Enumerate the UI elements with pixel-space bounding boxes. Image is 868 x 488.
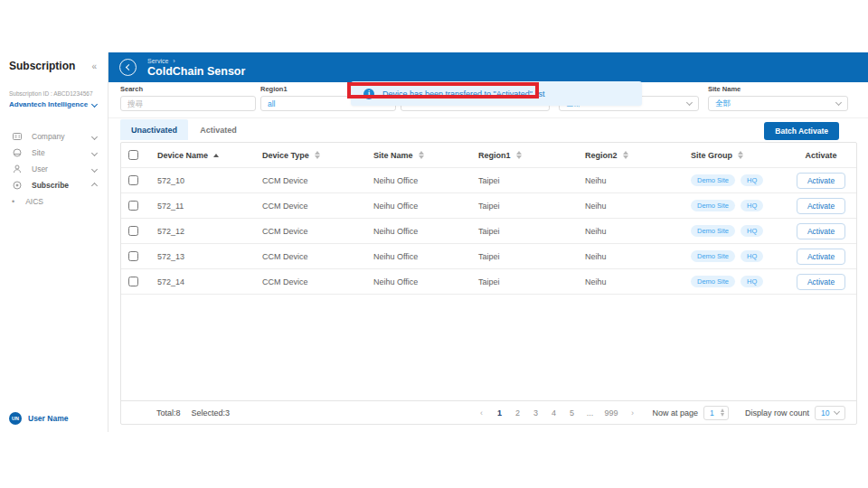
activate-button[interactable]: Activate xyxy=(797,249,845,265)
sort-icon xyxy=(419,151,424,159)
site-group-badge: HQ xyxy=(741,225,763,237)
activate-button[interactable]: Activate xyxy=(797,274,845,290)
site-group-badge: Demo Site xyxy=(691,250,735,262)
sidebar-item-user[interactable]: User xyxy=(0,161,108,177)
page-number-stepper[interactable]: 1 xyxy=(703,406,729,420)
chevron-down-icon xyxy=(835,99,842,106)
chevron-down-icon xyxy=(91,149,98,155)
tab-unactivated[interactable]: Unactivated xyxy=(120,119,188,140)
activate-button[interactable]: Activate xyxy=(797,173,845,189)
back-arrow-icon xyxy=(126,64,132,70)
sidebar-item-label: User xyxy=(32,164,92,174)
back-button[interactable] xyxy=(119,59,137,76)
cell-region1: Taipei xyxy=(478,277,585,286)
cell-region1: Taipei xyxy=(478,202,585,211)
cell-region1: Taipei xyxy=(478,176,585,185)
col-site-name[interactable]: Site Name xyxy=(373,151,478,160)
cell-device-name: 572_12 xyxy=(157,227,262,236)
cell-device-type: CCM Device xyxy=(262,202,373,211)
col-site-group[interactable]: Site Group xyxy=(691,151,786,160)
site-group-badge: Demo Site xyxy=(691,174,735,186)
sidebar-item-subscribe[interactable]: Subscribe xyxy=(0,177,108,193)
col-region1[interactable]: Region1 xyxy=(478,151,585,160)
org-selector[interactable]: Advantech Intelligence xyxy=(0,97,108,108)
cell-site-group: Demo Site HQ xyxy=(691,200,786,211)
table-row: 572_10 CCM Device Neihu Office Taipei Ne… xyxy=(121,168,856,193)
now-at-page: Now at page 1 xyxy=(652,406,729,420)
sidebar-subitem-aics[interactable]: • AICS xyxy=(0,193,108,210)
page-button-4[interactable]: 4 xyxy=(550,408,557,418)
collapse-sidebar-icon[interactable]: « xyxy=(91,61,97,71)
select-all-checkbox[interactable] xyxy=(128,150,138,160)
sort-icon xyxy=(738,151,743,159)
cell-device-type: CCM Device xyxy=(262,176,373,185)
cell-site-name: Neihu Office xyxy=(373,176,478,185)
site-name-label: Site Name xyxy=(708,85,848,93)
sidebar-title: Subscription xyxy=(9,60,75,72)
company-icon xyxy=(12,131,23,142)
sidebar-item-company[interactable]: Company xyxy=(0,128,108,145)
display-row-count: Display row count 10 xyxy=(745,406,845,420)
next-page-button[interactable]: › xyxy=(628,408,636,418)
cell-region2: Neihu xyxy=(585,252,691,261)
site-name-value: 全部 xyxy=(715,99,836,109)
activate-button[interactable]: Activate xyxy=(797,198,845,214)
site-group-badge: Demo Site xyxy=(691,276,735,287)
cell-region1: Taipei xyxy=(478,252,585,261)
col-device-name[interactable]: Device Name xyxy=(157,151,262,160)
stepper-arrows-icon[interactable] xyxy=(721,408,724,417)
site-group-badge: Demo Site xyxy=(691,200,735,211)
col-activate: Activate xyxy=(786,151,856,160)
page-button-3[interactable]: 3 xyxy=(532,408,539,418)
breadcrumb[interactable]: Service › xyxy=(147,58,245,64)
col-device-type[interactable]: Device Type xyxy=(262,151,373,160)
cell-site-name: Neihu Office xyxy=(373,227,478,236)
table-row: 572_11 CCM Device Neihu Office Taipei Ne… xyxy=(121,193,856,219)
page-button-5[interactable]: 5 xyxy=(568,408,575,418)
activate-button[interactable]: Activate xyxy=(797,223,845,239)
table-header-row: Device Name Device Type Site Name Region… xyxy=(121,143,856,168)
row-count-label: Display row count xyxy=(745,408,809,418)
breadcrumb-service[interactable]: Service xyxy=(147,58,168,64)
cell-device-name: 572_13 xyxy=(157,252,262,261)
col-region2[interactable]: Region2 xyxy=(585,151,691,160)
sidebar-item-label: Subscribe xyxy=(32,181,92,190)
tab-activated[interactable]: Activated xyxy=(188,119,249,140)
sidebar-item-label: Company xyxy=(32,132,92,141)
row-checkbox[interactable] xyxy=(128,277,138,286)
batch-activate-button[interactable]: Batch Activate xyxy=(764,122,839,140)
site-group-badge: HQ xyxy=(741,250,763,262)
search-input[interactable] xyxy=(127,99,249,108)
subscription-id: Subscription ID : ABCD1234567 xyxy=(0,72,108,97)
toast-notification: i Device has been transfered to "Activat… xyxy=(351,81,642,106)
row-count-select[interactable]: 10 xyxy=(815,406,845,420)
site-group-badge: HQ xyxy=(741,200,763,211)
breadcrumb-separator: › xyxy=(173,58,175,64)
row-checkbox[interactable] xyxy=(128,251,138,261)
page-ellipsis: ... xyxy=(586,408,593,418)
user-icon xyxy=(12,164,23,174)
row-checkbox[interactable] xyxy=(128,175,138,185)
chevron-down-icon xyxy=(91,101,98,108)
sidebar-item-site[interactable]: Site xyxy=(0,145,108,161)
cell-site-name: Neihu Office xyxy=(373,202,478,211)
page-button-1[interactable]: 1 xyxy=(495,408,503,418)
row-count-value: 10 xyxy=(821,408,835,418)
page-button-999[interactable]: 999 xyxy=(604,408,618,418)
row-checkbox[interactable] xyxy=(128,226,138,236)
chevron-up-icon xyxy=(91,182,98,188)
info-icon: i xyxy=(363,89,374,99)
user-profile[interactable]: UN User Name xyxy=(9,412,68,425)
page-button-2[interactable]: 2 xyxy=(514,408,521,418)
cell-site-group: Demo Site HQ xyxy=(691,225,786,237)
page-number-value: 1 xyxy=(710,408,717,418)
prev-page-button[interactable]: ‹ xyxy=(477,408,485,418)
tab-bar: Unactivated Activated xyxy=(120,119,249,140)
cell-device-type: CCM Device xyxy=(262,277,373,286)
site-name-select[interactable]: 全部 xyxy=(708,96,848,111)
chevron-down-icon xyxy=(686,99,693,106)
page-title: ColdChain Sensor xyxy=(147,65,245,78)
site-icon xyxy=(12,147,23,158)
total-count: Total:8 xyxy=(156,408,181,418)
row-checkbox[interactable] xyxy=(128,201,138,211)
